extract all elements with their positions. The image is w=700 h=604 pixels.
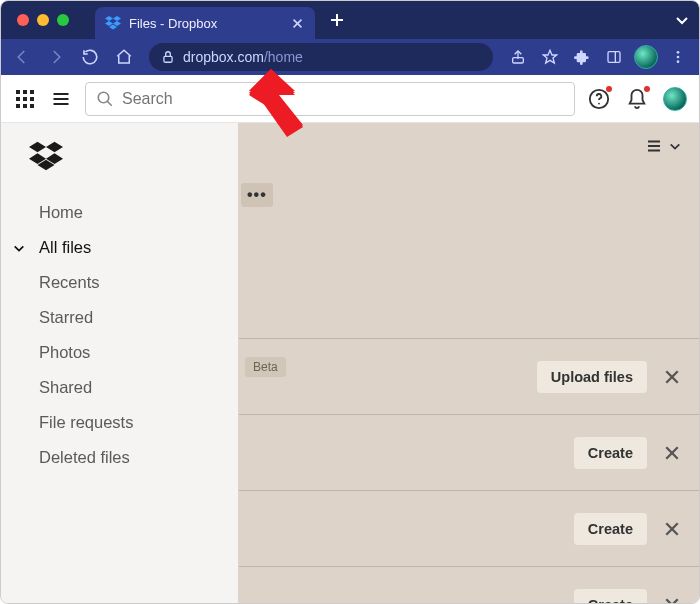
svg-rect-12 bbox=[608, 52, 620, 63]
dismiss-button[interactable] bbox=[661, 442, 683, 464]
svg-rect-17 bbox=[16, 90, 20, 94]
create-button[interactable]: Create bbox=[574, 437, 647, 469]
window-fullscreen-button[interactable] bbox=[57, 14, 69, 26]
chevron-down-icon bbox=[669, 140, 681, 152]
browser-tab[interactable]: Files - Dropbox bbox=[95, 7, 315, 39]
dropbox-favicon-icon bbox=[105, 15, 121, 31]
search-input[interactable] bbox=[122, 90, 564, 108]
beta-badge: Beta bbox=[245, 357, 286, 377]
svg-marker-1 bbox=[113, 16, 121, 21]
content-area: Home All files Recents Starred Photos Sh… bbox=[1, 123, 699, 604]
dismiss-button[interactable] bbox=[661, 366, 683, 388]
sidebar-item-shared[interactable]: Shared bbox=[1, 370, 238, 405]
list-item: Create bbox=[239, 490, 699, 566]
svg-rect-22 bbox=[30, 97, 34, 101]
view-options-button[interactable] bbox=[645, 137, 681, 155]
dismiss-button[interactable] bbox=[661, 518, 683, 540]
window-traffic-lights bbox=[17, 14, 69, 26]
side-panel-button[interactable] bbox=[599, 42, 629, 72]
nav-home-button[interactable] bbox=[109, 42, 139, 72]
sidebar-item-label: File requests bbox=[39, 413, 133, 432]
browser-tab-strip: Files - Dropbox bbox=[1, 1, 699, 39]
chrome-menu-button[interactable] bbox=[663, 42, 693, 72]
upload-files-button[interactable]: Upload files bbox=[537, 361, 647, 393]
sidebar-item-file-requests[interactable]: File requests bbox=[1, 405, 238, 440]
account-avatar[interactable] bbox=[663, 87, 687, 111]
sidebar-item-label: Shared bbox=[39, 378, 92, 397]
sidebar-item-label: Recents bbox=[39, 273, 100, 292]
list-item: Create bbox=[239, 414, 699, 490]
url-text: dropbox.com/home bbox=[183, 49, 303, 65]
profile-avatar[interactable] bbox=[631, 42, 661, 72]
svg-marker-33 bbox=[29, 142, 46, 153]
sidebar-item-label: Deleted files bbox=[39, 448, 130, 467]
suggestion-rows: Beta Upload files Create Create Create bbox=[239, 338, 699, 604]
sidebar-item-photos[interactable]: Photos bbox=[1, 335, 238, 370]
nav-back-button[interactable] bbox=[7, 42, 37, 72]
main-panel: ••• Beta Upload files Create Create Crea… bbox=[239, 123, 699, 604]
app-grid-icon[interactable] bbox=[13, 87, 37, 111]
dropbox-logo-icon[interactable] bbox=[29, 141, 63, 169]
svg-rect-23 bbox=[16, 104, 20, 108]
list-view-icon bbox=[645, 137, 663, 155]
svg-point-15 bbox=[677, 56, 680, 59]
more-actions-button[interactable]: ••• bbox=[241, 183, 273, 207]
svg-rect-9 bbox=[164, 56, 172, 62]
chevron-down-icon bbox=[13, 242, 27, 254]
app-header bbox=[1, 75, 699, 123]
svg-rect-21 bbox=[23, 97, 27, 101]
nav-forward-button[interactable] bbox=[41, 42, 71, 72]
svg-rect-20 bbox=[16, 97, 20, 101]
svg-marker-0 bbox=[105, 16, 113, 21]
search-icon bbox=[96, 90, 114, 108]
create-button[interactable]: Create bbox=[574, 513, 647, 545]
svg-rect-24 bbox=[23, 104, 27, 108]
svg-point-14 bbox=[677, 51, 680, 54]
new-tab-button[interactable] bbox=[325, 8, 349, 32]
svg-line-30 bbox=[107, 101, 112, 106]
svg-point-32 bbox=[598, 102, 600, 104]
window-minimize-button[interactable] bbox=[37, 14, 49, 26]
sidebar-item-label: All files bbox=[39, 238, 91, 257]
notification-dot-icon bbox=[644, 86, 650, 92]
sidebar-item-starred[interactable]: Starred bbox=[1, 300, 238, 335]
sidebar-item-deleted-files[interactable]: Deleted files bbox=[1, 440, 238, 475]
svg-marker-11 bbox=[543, 50, 556, 63]
svg-point-16 bbox=[677, 60, 680, 63]
notification-dot-icon bbox=[606, 86, 612, 92]
bookmark-button[interactable] bbox=[535, 42, 565, 72]
hamburger-menu-icon[interactable] bbox=[49, 87, 73, 111]
tab-title: Files - Dropbox bbox=[129, 16, 281, 31]
notifications-button[interactable] bbox=[625, 87, 649, 111]
sidebar: Home All files Recents Starred Photos Sh… bbox=[1, 123, 239, 604]
sidebar-item-label: Home bbox=[39, 203, 83, 222]
share-button[interactable] bbox=[503, 42, 533, 72]
sidebar-item-label: Photos bbox=[39, 343, 90, 362]
sidebar-item-label: Starred bbox=[39, 308, 93, 327]
create-button[interactable]: Create bbox=[574, 589, 647, 605]
sidebar-item-all-files[interactable]: All files bbox=[1, 230, 238, 265]
browser-toolbar: dropbox.com/home bbox=[1, 39, 699, 75]
list-item: Beta Upload files bbox=[239, 338, 699, 414]
list-item: Create bbox=[239, 566, 699, 604]
sidebar-item-recents[interactable]: Recents bbox=[1, 265, 238, 300]
tab-close-button[interactable] bbox=[289, 15, 305, 31]
sidebar-item-home[interactable]: Home bbox=[1, 195, 238, 230]
lock-icon bbox=[161, 50, 175, 64]
address-bar[interactable]: dropbox.com/home bbox=[149, 43, 493, 71]
extensions-button[interactable] bbox=[567, 42, 597, 72]
help-button[interactable] bbox=[587, 87, 611, 111]
tab-overflow-button[interactable] bbox=[675, 13, 689, 27]
dismiss-button[interactable] bbox=[661, 594, 683, 605]
svg-rect-25 bbox=[30, 104, 34, 108]
svg-rect-18 bbox=[23, 90, 27, 94]
svg-point-29 bbox=[98, 92, 109, 103]
nav-reload-button[interactable] bbox=[75, 42, 105, 72]
window-close-button[interactable] bbox=[17, 14, 29, 26]
svg-marker-34 bbox=[46, 142, 63, 153]
search-field[interactable] bbox=[85, 82, 575, 116]
svg-rect-19 bbox=[30, 90, 34, 94]
